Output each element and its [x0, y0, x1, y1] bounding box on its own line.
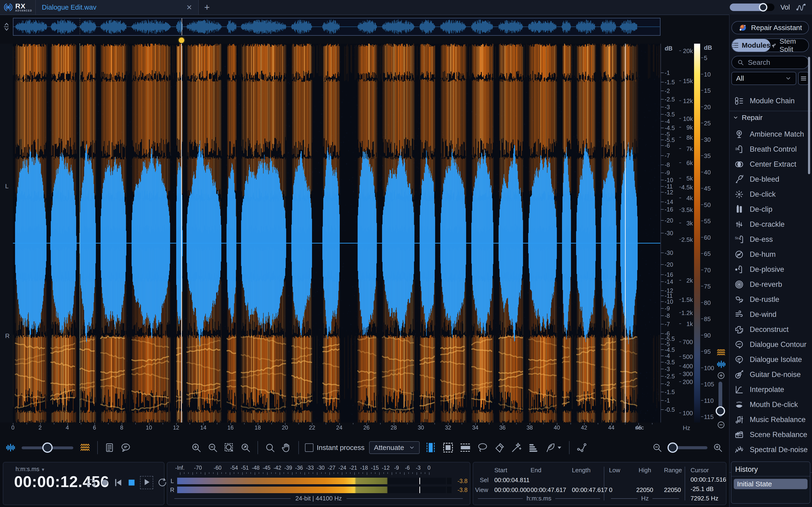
- module-item-center-extract[interactable]: Center Extract: [729, 157, 812, 171]
- feather-tool-icon[interactable]: [545, 442, 556, 453]
- view-end-value[interactable]: 00:00:47.617: [530, 486, 566, 494]
- module-item-music-rebalance[interactable]: Music Rebalance: [729, 413, 812, 427]
- zoom-fit-icon[interactable]: [240, 442, 251, 453]
- view-start-value[interactable]: 00:00:00.000: [494, 486, 530, 494]
- playhead-line[interactable]: [181, 44, 182, 422]
- low-value[interactable]: 0: [609, 486, 612, 494]
- waveform-overview[interactable]: [13, 18, 660, 36]
- module-list-scrollbar[interactable]: [808, 57, 810, 174]
- clip-indicator-right[interactable]: [446, 487, 452, 493]
- module-item-dialogue-contour[interactable]: Dialogue Contour: [729, 338, 812, 352]
- brush-tool-icon[interactable]: [494, 442, 505, 453]
- ruler-tick: [217, 423, 217, 425]
- time-format-select[interactable]: h:m:s.ms ▼: [15, 466, 45, 472]
- spectrogram-colorbar[interactable]: [694, 44, 700, 422]
- spectrogram-mode-icon[interactable]: [716, 348, 726, 357]
- module-item-guitar-de-noise[interactable]: Guitar De-noise: [729, 368, 812, 382]
- colorbar-label: 55: [704, 218, 711, 225]
- range-value[interactable]: 22050: [664, 486, 681, 494]
- clipboard-icon[interactable]: [104, 443, 115, 453]
- hand-tool-icon[interactable]: [281, 442, 292, 453]
- repair-assistant-button[interactable]: Repair Assistant: [731, 21, 809, 34]
- tab-close-icon[interactable]: ✕: [186, 3, 192, 11]
- high-value[interactable]: 22050: [636, 486, 653, 494]
- volume-knob[interactable]: [759, 3, 767, 11]
- history-item[interactable]: Initial State: [734, 479, 808, 489]
- rewind-button[interactable]: [113, 477, 123, 488]
- module-item-breath-control[interactable]: Breath Control: [729, 142, 812, 156]
- module-item-mouth-de-click[interactable]: Mouth De-click: [729, 398, 812, 412]
- module-item-de-plosive[interactable]: De-plosive: [729, 263, 812, 277]
- clip-indicator-left[interactable]: [446, 477, 452, 484]
- transport-panel: h:m:s.ms ▼ 00:00:12.456: [3, 462, 164, 505]
- module-item-deconstruct[interactable]: Deconstruct: [729, 323, 812, 337]
- waveform-spectrogram-blend-slider[interactable]: [21, 443, 73, 453]
- module-item-de-wind[interactable]: De-wind: [729, 307, 812, 322]
- hzoom-out-icon[interactable]: [652, 443, 662, 453]
- module-item-de-rustle[interactable]: De-rustle: [729, 292, 812, 306]
- horizontal-zoom-slider[interactable]: [667, 443, 707, 453]
- time-selection-tool-icon[interactable]: [425, 442, 437, 453]
- module-item-interpolate[interactable]: Interpolate: [729, 383, 812, 397]
- module-item-de-clip[interactable]: De-clip: [729, 202, 812, 216]
- repair-section-header[interactable]: Repair: [729, 111, 812, 124]
- play-button[interactable]: [140, 476, 153, 489]
- module-item-de-reverb[interactable]: De-reverb: [729, 277, 812, 291]
- time-freq-selection-tool-icon[interactable]: [442, 442, 454, 453]
- playhead-handle[interactable]: [179, 38, 184, 43]
- freq-selection-tool-icon[interactable]: [460, 442, 471, 453]
- colorbar-zoom-in-icon[interactable]: [717, 371, 725, 380]
- zoom-selection-icon[interactable]: [224, 442, 235, 453]
- gain-bars-icon[interactable]: [528, 442, 539, 453]
- process-mode-select[interactable]: Attenuate: [369, 441, 419, 454]
- module-item-de-crackle[interactable]: De-crackle: [729, 217, 812, 231]
- module-item-de-hum[interactable]: De-hum: [729, 247, 812, 262]
- module-chain-item[interactable]: Module Chain: [729, 94, 812, 108]
- loop-button[interactable]: [157, 477, 167, 488]
- waveform-mode-icon[interactable]: [716, 359, 726, 369]
- magic-wand-tool-icon[interactable]: [511, 442, 522, 453]
- module-filter-select[interactable]: All: [731, 72, 796, 85]
- hzoom-knob[interactable]: [667, 443, 678, 453]
- monitor-icon[interactable]: [86, 477, 96, 488]
- module-item-ambience-match[interactable]: Ambience Match: [729, 127, 812, 141]
- spectrogram-blend-icon[interactable]: [80, 442, 91, 453]
- tab-modules[interactable]: Modules: [732, 39, 770, 52]
- signal-flow-icon[interactable]: [796, 2, 806, 12]
- module-item-de-click[interactable]: De-click: [729, 187, 812, 202]
- spectrogram-view[interactable]: [13, 44, 660, 422]
- meter-tick: [300, 472, 301, 474]
- file-tab[interactable]: Dialogue Edit.wav ✕: [36, 0, 199, 14]
- magnify-tool-icon[interactable]: [264, 442, 275, 453]
- stop-button[interactable]: [127, 478, 136, 487]
- module-item-scene-rebalance[interactable]: Scene Rebalance: [729, 428, 812, 442]
- module-item-dialogue-isolate[interactable]: Dialogue Isolate: [729, 352, 812, 367]
- tab-stem-split[interactable]: Stem Split: [770, 39, 808, 52]
- sel-start-value[interactable]: 00:00:04.811: [494, 476, 529, 484]
- lasso-tool-icon[interactable]: [477, 442, 488, 453]
- module-search-input[interactable]: Search: [731, 56, 809, 69]
- blend-knob[interactable]: [42, 443, 53, 453]
- zoom-in-icon[interactable]: [191, 442, 202, 453]
- amp-tick: [661, 155, 664, 156]
- instant-process-checkbox[interactable]: [305, 443, 313, 452]
- colorbar-zoom-out-icon[interactable]: [717, 420, 725, 429]
- new-tab-button[interactable]: +: [199, 0, 215, 14]
- module-item-de-bleed[interactable]: De-bleed: [729, 172, 812, 186]
- feather-dropdown-icon[interactable]: [556, 445, 562, 451]
- vertical-scale-toggle-icon[interactable]: [2, 19, 11, 34]
- record-button[interactable]: [100, 478, 109, 487]
- selection-start-line[interactable]: [80, 44, 80, 422]
- zoom-out-icon[interactable]: [207, 442, 218, 453]
- signal-chain-icon[interactable]: [576, 442, 588, 453]
- volume-slider[interactable]: [730, 3, 774, 11]
- time-ruler[interactable]: 0246810121416182022242628303234363840424…: [13, 423, 660, 432]
- hzoom-in-icon[interactable]: [713, 443, 723, 453]
- comment-icon[interactable]: [120, 442, 131, 453]
- waveform-blend-icon[interactable]: [5, 443, 15, 453]
- module-item-de-ess[interactable]: SsDe-ess: [729, 232, 812, 246]
- module-list-options-button[interactable]: [798, 72, 809, 85]
- colorbar-zoom-knob[interactable]: [716, 406, 725, 416]
- module-item-spectral-de-noise[interactable]: Spectral De-noise: [729, 443, 812, 457]
- view-length-value[interactable]: 00:00:47.617: [572, 486, 608, 494]
